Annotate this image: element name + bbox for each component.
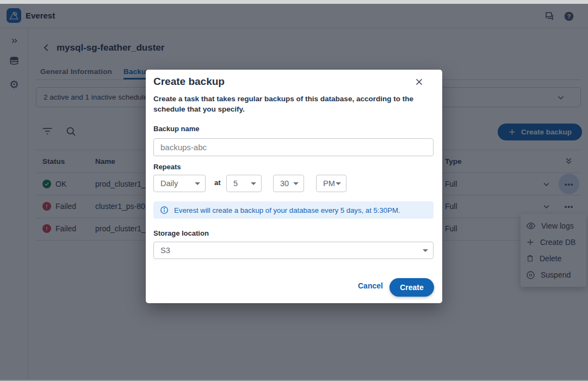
backup-name-label: Backup name bbox=[153, 125, 200, 133]
dropdown-caret-icon bbox=[251, 182, 256, 185]
close-icon[interactable] bbox=[413, 76, 425, 90]
at-label: at bbox=[214, 179, 221, 187]
dropdown-caret-icon bbox=[423, 249, 428, 252]
info-icon bbox=[160, 206, 169, 214]
dropdown-caret-icon bbox=[195, 182, 200, 185]
storage-location-select[interactable]: S3 bbox=[153, 242, 434, 259]
ampm-select[interactable]: PM bbox=[316, 175, 346, 192]
schedule-info-alert: Everest will create a backup of your dat… bbox=[153, 201, 434, 219]
dialog-title: Create backup bbox=[153, 76, 225, 88]
dialog-description: Create a task that takes regular backups… bbox=[153, 94, 426, 114]
dropdown-caret-icon bbox=[336, 182, 341, 185]
repeats-label: Repeats bbox=[153, 163, 181, 171]
info-text: Everest will create a backup of your dat… bbox=[174, 206, 400, 214]
cancel-button[interactable]: Cancel bbox=[358, 281, 383, 290]
everest-app-window: Everest ? ⚙ bbox=[0, 0, 588, 381]
create-backup-dialog: Create backup Create a task that takes r… bbox=[146, 70, 442, 303]
storage-location-label: Storage location bbox=[153, 229, 209, 237]
minute-select[interactable]: 30 bbox=[273, 175, 304, 192]
hour-select[interactable]: 5 bbox=[226, 175, 262, 192]
window-chrome-top bbox=[0, 0, 588, 4]
create-button[interactable]: Create bbox=[389, 278, 434, 297]
backup-name-input[interactable] bbox=[153, 138, 434, 156]
repeat-period-select[interactable]: Daily bbox=[153, 175, 206, 192]
dropdown-caret-icon bbox=[293, 182, 299, 185]
